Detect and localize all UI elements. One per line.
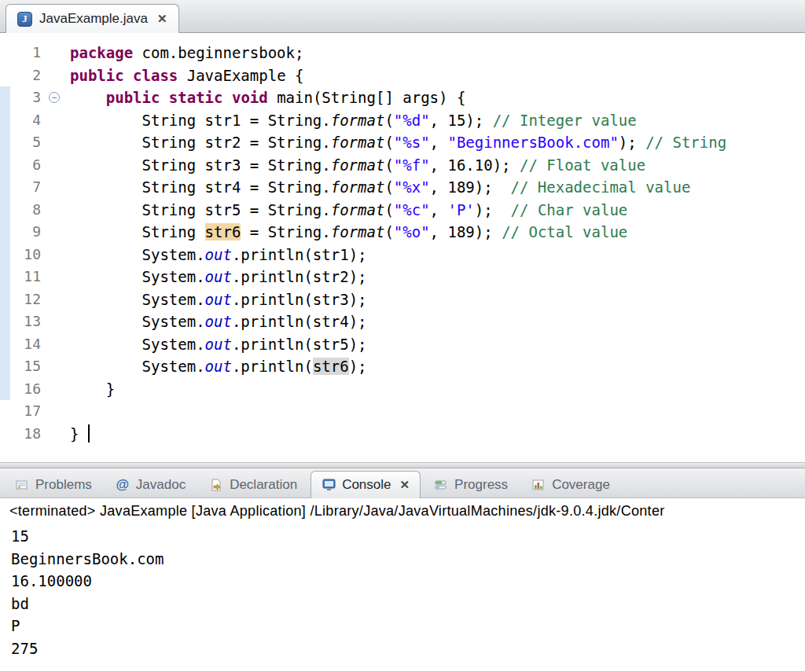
code-line[interactable]: 9 String str6 = String.format("%o", 189)… — [0, 221, 805, 244]
console-icon — [322, 478, 336, 492]
code-line[interactable]: 3− public static void main(String[] args… — [0, 86, 805, 109]
tab-javadoc[interactable]: @ Javadoc — [105, 472, 196, 498]
tab-coverage[interactable]: Coverage — [521, 472, 620, 498]
code-text[interactable]: System.out.println(str2); — [70, 266, 805, 288]
code-line[interactable]: 5 String str2 = String.format("%s", "Beg… — [0, 131, 805, 154]
code-token: format — [331, 178, 385, 196]
code-text[interactable]: String str5 = String.format("%c", 'P'); … — [70, 199, 805, 222]
fold-margin — [46, 176, 70, 199]
line-number[interactable]: 4 — [10, 109, 46, 132]
editor-tab-bar: J JavaExample.java ✕ — [0, 0, 805, 33]
code-text[interactable]: String str2 = String.format("%s", "Begin… — [70, 131, 805, 154]
code-text[interactable]: String str3 = String.format("%f", 16.10)… — [70, 154, 805, 177]
code-text[interactable]: public class JavaExample { — [70, 64, 805, 87]
code-line[interactable]: 16 } — [0, 378, 805, 401]
range-indicator — [0, 109, 10, 132]
tab-problems[interactable]: Problems — [5, 472, 102, 498]
code-line[interactable]: 1package com.beginnersbook; — [0, 42, 805, 64]
code-token: out — [205, 246, 232, 263]
code-text[interactable]: System.out.println(str6); — [70, 355, 805, 378]
code-line[interactable]: 4 String str1 = String.format("%d", 15);… — [0, 109, 805, 132]
code-token: , 15); — [430, 112, 493, 129]
tab-console[interactable]: Console ✕ — [311, 471, 421, 498]
code-text[interactable]: System.out.println(str1); — [70, 244, 805, 266]
range-indicator — [0, 86, 10, 109]
code-line[interactable]: 6 String str3 = String.format("%f", 16.1… — [0, 154, 805, 177]
line-number[interactable]: 18 — [10, 423, 46, 446]
line-number[interactable]: 1 — [10, 42, 46, 64]
line-number[interactable]: 17 — [10, 400, 46, 423]
code-line[interactable]: 18} — [0, 423, 805, 446]
range-indicator — [0, 221, 10, 244]
range-indicator — [0, 64, 10, 87]
editor-tab-label: JavaExample.java — [39, 11, 148, 27]
code-token: // Float value — [520, 156, 645, 174]
range-indicator — [0, 199, 10, 222]
code-line[interactable]: 2public class JavaExample { — [0, 64, 805, 87]
text-cursor — [88, 424, 90, 442]
code-text[interactable]: System.out.println(str3); — [70, 288, 805, 311]
line-number[interactable]: 11 — [10, 266, 46, 288]
code-line[interactable]: 8 String str5 = String.format("%c", 'P')… — [0, 199, 805, 222]
fold-margin — [46, 154, 70, 177]
line-number[interactable]: 8 — [10, 199, 46, 222]
console-output-line: bd — [11, 593, 794, 615]
code-text[interactable]: public static void main(String[] args) { — [70, 86, 805, 109]
line-number[interactable]: 5 — [10, 131, 46, 154]
fold-margin — [46, 131, 70, 154]
code-text[interactable]: package com.beginnersbook; — [70, 42, 805, 64]
javadoc-icon: @ — [116, 478, 130, 492]
line-number[interactable]: 9 — [10, 221, 46, 244]
code-line[interactable]: 11 System.out.println(str2); — [0, 266, 805, 288]
line-number[interactable]: 16 — [10, 378, 46, 401]
fold-margin: − — [46, 86, 70, 109]
line-number[interactable]: 15 — [10, 355, 46, 378]
progress-icon — [434, 478, 448, 492]
code-line[interactable]: 12 System.out.println(str3); — [0, 288, 805, 311]
console-tab-close-icon[interactable]: ✕ — [400, 478, 410, 492]
console-output[interactable]: 15BeginnersBook.com16.100000bdP275 — [0, 524, 805, 660]
code-token: // Hexadecimal value — [511, 178, 691, 196]
code-line[interactable]: 7 String str4 = String.format("%x", 189)… — [0, 176, 805, 199]
code-line[interactable]: 15 System.out.println(str6); — [0, 355, 805, 378]
code-text[interactable] — [70, 400, 805, 423]
code-token: .println(str4); — [232, 313, 367, 330]
code-token: String str1 = String. — [70, 112, 331, 129]
line-number[interactable]: 12 — [10, 288, 46, 311]
tab-declaration[interactable]: Declaration — [199, 472, 307, 498]
code-token: ( — [384, 178, 393, 196]
fold-margin — [46, 266, 70, 288]
fold-toggle-icon[interactable]: − — [49, 92, 60, 103]
code-token: main(String[] args) { — [268, 89, 466, 106]
line-number[interactable]: 10 — [10, 244, 46, 266]
tab-progress[interactable]: Progress — [424, 472, 518, 498]
line-number[interactable]: 7 — [10, 176, 46, 199]
editor-tab-javaexample[interactable]: J JavaExample.java ✕ — [6, 4, 179, 33]
editor-tab-close-icon[interactable]: ✕ — [157, 12, 167, 26]
line-number[interactable]: 2 — [10, 64, 46, 87]
line-number[interactable]: 3 — [10, 86, 46, 109]
line-number[interactable]: 6 — [10, 154, 46, 177]
code-text[interactable]: String str6 = String.format("%o", 189); … — [70, 221, 805, 244]
code-token: // Integer value — [493, 112, 637, 129]
code-token: .println(str1); — [232, 246, 367, 263]
code-line[interactable]: 10 System.out.println(str1); — [0, 244, 805, 266]
code-token: ); — [475, 201, 511, 218]
code-text[interactable]: } — [70, 423, 805, 446]
code-token: System. — [70, 358, 205, 375]
code-token: class — [133, 67, 178, 84]
code-text[interactable]: } — [70, 378, 805, 401]
code-line[interactable]: 14 System.out.println(str5); — [0, 333, 805, 356]
editor-console-sash[interactable] — [0, 462, 805, 468]
code-text[interactable]: System.out.println(str4); — [70, 310, 805, 333]
code-line[interactable]: 17 — [0, 400, 805, 423]
code-text[interactable]: System.out.println(str5); — [70, 333, 805, 356]
line-number[interactable]: 13 — [10, 310, 46, 333]
code-text[interactable]: String str4 = String.format("%x", 189); … — [70, 176, 805, 199]
code-token: ( — [384, 201, 393, 218]
code-line[interactable]: 13 System.out.println(str4); — [0, 310, 805, 333]
code-editor[interactable]: 1package com.beginnersbook;2public class… — [0, 33, 805, 462]
code-text[interactable]: String str1 = String.format("%d", 15); /… — [70, 109, 805, 132]
line-number[interactable]: 14 — [10, 333, 46, 356]
code-token: = String. — [241, 223, 330, 241]
